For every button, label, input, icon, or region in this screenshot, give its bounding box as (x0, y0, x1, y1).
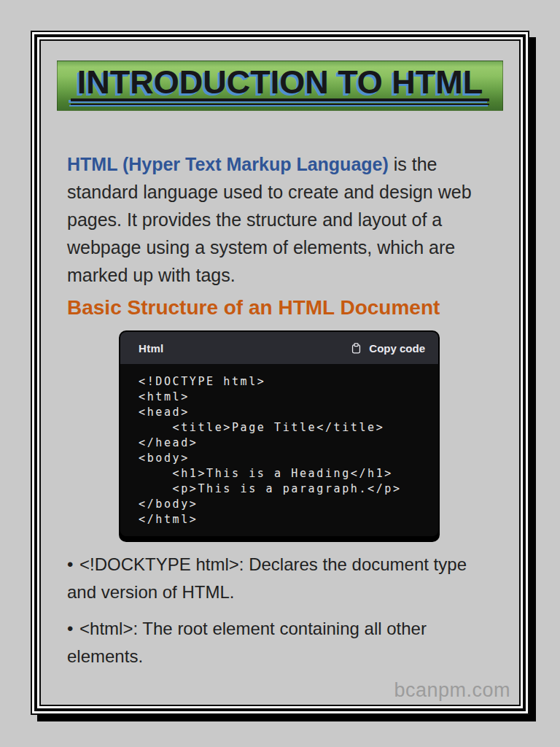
watermark: bcanpm.com (394, 679, 510, 702)
intro-lead-text: HTML (Hyper Text Markup Language) (67, 154, 389, 174)
intro-paragraph: HTML (Hyper Text Markup Language) is the… (67, 150, 499, 289)
bullet-item-html-root: • <html>: The root element containing al… (67, 615, 499, 670)
copy-code-button[interactable]: Copy code (350, 341, 425, 355)
bullet-text: <html>: The root element containing all … (67, 619, 427, 666)
section-heading: Basic Structure of an HTML Document (67, 295, 519, 321)
code-block-header: Html Copy code (120, 332, 438, 364)
page-content-area: INTRODUCTION TO HTML HTML (Hyper Text Ma… (39, 39, 521, 706)
bullet-marker: • (67, 554, 73, 574)
page-title: INTRODUCTION TO HTML (77, 66, 483, 98)
code-content: <!DOCTYPE html> <html> <head> <title>Pag… (120, 364, 438, 536)
title-banner: INTRODUCTION TO HTML (57, 61, 503, 111)
title-underline-thin (71, 104, 489, 105)
code-block-inner: Html Copy code <!DOCTYPE html> <html> (120, 332, 438, 536)
bullet-item-doctype: • <!DOCKTYPE html>: Declares the documen… (67, 551, 499, 606)
page-border-frame: INTRODUCTION TO HTML HTML (Hyper Text Ma… (31, 31, 529, 715)
code-block: Html Copy code <!DOCTYPE html> <html> (119, 330, 440, 542)
code-language-label: Html (139, 342, 164, 355)
bullet-text: <!DOCKTYPE html>: Declares the document … (67, 554, 467, 602)
clipboard-icon (350, 341, 362, 355)
bullet-marker: • (67, 619, 73, 638)
page-border-middle-line: INTRODUCTION TO HTML HTML (Hyper Text Ma… (34, 34, 526, 711)
copy-code-label: Copy code (369, 342, 425, 355)
